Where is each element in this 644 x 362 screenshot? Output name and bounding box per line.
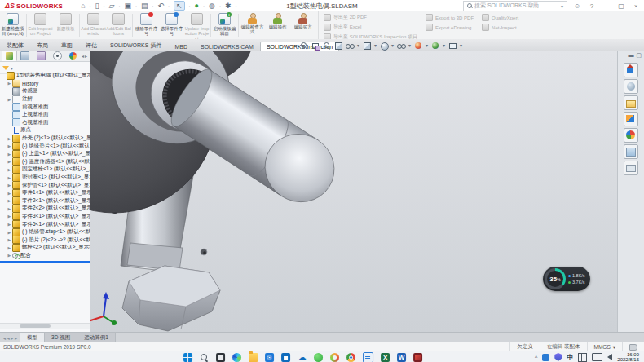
add-characteristic-button[interactable]: Add Characteristic bbox=[81, 11, 106, 39]
dropdown-caret-icon[interactable]: · bbox=[235, 3, 236, 8]
expand-arrow-icon[interactable]: ▶ bbox=[7, 191, 12, 196]
export-item[interactable]: QualityXpert bbox=[482, 14, 518, 21]
tray-app-icon[interactable] bbox=[542, 354, 549, 361]
ime-language-indicator[interactable]: 中 bbox=[567, 353, 573, 362]
expand-arrow-icon[interactable]: ▶ bbox=[7, 167, 12, 172]
tree-item[interactable]: ▶零件5<1> (默认<<默认>_显示状态 bbox=[0, 220, 90, 228]
solidworks-logo[interactable]: ΔS SOLIDWORKS bbox=[0, 0, 68, 11]
file-explorer-icon[interactable] bbox=[624, 95, 638, 110]
new-template-button[interactable]: 新建模板 bbox=[53, 11, 78, 39]
tree-item[interactable]: 前视基准面 bbox=[0, 103, 90, 111]
tree-item[interactable]: 传感器 bbox=[0, 87, 90, 95]
expand-arrow-icon[interactable]: ▶ bbox=[7, 159, 12, 164]
ime-toolbar-icon[interactable] bbox=[578, 353, 587, 362]
tree-item[interactable]: ▶零件1<1> (默认<<默认>_显示状态 bbox=[0, 189, 90, 197]
tree-item[interactable]: ▶(-) 绝缘管.step<1> (默认<<默认>_ bbox=[0, 228, 90, 236]
security-shield-icon[interactable] bbox=[554, 353, 562, 361]
onedrive-taskbar-icon[interactable]: ☁ bbox=[298, 353, 307, 362]
solidworks-resources-icon[interactable] bbox=[624, 63, 638, 77]
export-item[interactable]: 导出至 Excel bbox=[324, 24, 417, 31]
add-edit-balloons-button[interactable]: Add/Edit Balloons bbox=[106, 11, 131, 39]
export-item[interactable]: Net-Inspect bbox=[482, 24, 518, 31]
filter-caret-icon[interactable]: ▾ bbox=[11, 65, 13, 71]
ribbon-tab-草图[interactable]: 草图 bbox=[55, 39, 79, 51]
assembly-3d-model[interactable] bbox=[90, 51, 618, 332]
edit-inspection-project-button[interactable]: Edit Inspection Project bbox=[28, 11, 53, 39]
hidden-icons-chevron[interactable]: ^ bbox=[535, 355, 537, 360]
appearance-icon[interactable]: ◍ bbox=[209, 2, 215, 10]
expand-arrow-icon[interactable]: ▶ bbox=[7, 175, 12, 180]
tree-item[interactable]: ▶(-) 绝缘垫片<1> (默认<<默认>_显 bbox=[0, 142, 90, 150]
dropdown-caret-icon[interactable]: · bbox=[189, 3, 191, 8]
clock[interactable]: 16:09 2022/8/15 bbox=[617, 352, 639, 362]
remove-balloons-button[interactable]: -移除零件序号 bbox=[134, 11, 159, 39]
export-item[interactable]: Export eDrawing bbox=[426, 24, 474, 31]
tree-item[interactable]: ▶保护管<1> (默认<<默认>_显示状 bbox=[0, 181, 90, 189]
edge-taskbar-icon[interactable] bbox=[232, 353, 241, 362]
close-button[interactable]: × bbox=[631, 2, 641, 10]
tree-item[interactable]: ▶密封圈<1> (默认<<默认>_显示状 bbox=[0, 174, 90, 182]
volume-icon[interactable] bbox=[607, 354, 612, 360]
ribbon-tab-solidworks-插件[interactable]: SOLIDWORKS 插件 bbox=[104, 39, 168, 51]
excel-taskbar-icon[interactable]: X bbox=[381, 353, 390, 362]
tab-displaymanager[interactable] bbox=[65, 51, 81, 61]
restore-button[interactable]: ▢ bbox=[616, 2, 626, 10]
dropdown-caret-icon[interactable]: ▾ bbox=[357, 42, 359, 48]
viewport-restore-icon[interactable]: ▢ bbox=[636, 52, 642, 58]
dropdown-caret-icon[interactable]: · bbox=[203, 3, 205, 8]
viewport-minimize-icon[interactable]: ▬ bbox=[628, 52, 633, 58]
tree-item[interactable]: ▶固定螺栓<1> (默认<<默认>_显示 bbox=[0, 166, 90, 174]
solidworks-forum-icon[interactable] bbox=[624, 161, 638, 175]
zoom-to-fit-icon[interactable] bbox=[300, 42, 308, 50]
file-explorer-taskbar-icon[interactable] bbox=[249, 353, 258, 362]
open-icon[interactable]: ▱ bbox=[109, 2, 115, 10]
ring-browser-taskbar-icon[interactable] bbox=[330, 353, 339, 362]
section-view-icon[interactable] bbox=[334, 42, 342, 50]
expand-arrow-icon[interactable]: ▶ bbox=[7, 198, 12, 203]
tree-item[interactable]: ▶(-) 温度传感器<1> (默认<<默认>_ bbox=[0, 158, 90, 166]
new-inspection-project-button[interactable]: 新建检查项目 (amp;N) bbox=[0, 11, 25, 39]
dropdown-caret-icon[interactable]: · bbox=[135, 3, 137, 8]
tree-item[interactable]: ▶零件2<2> (默认<<默认>_显示状态 bbox=[0, 205, 90, 213]
design-library-icon[interactable] bbox=[624, 79, 638, 94]
expand-arrow-icon[interactable]: ▶ bbox=[7, 81, 12, 86]
edit-appearance-icon[interactable] bbox=[414, 42, 422, 50]
dropdown-caret-icon[interactable]: · bbox=[168, 3, 170, 8]
ribbon-tab-装配体[interactable]: 装配体 bbox=[0, 39, 30, 51]
appearances-scenes-icon[interactable] bbox=[624, 128, 638, 143]
chrome-taskbar-icon[interactable] bbox=[346, 353, 355, 362]
search-taskbar-icon[interactable] bbox=[200, 353, 209, 362]
dropdown-caret-icon[interactable]: ▾ bbox=[443, 42, 445, 48]
network-display-icon[interactable] bbox=[592, 353, 602, 361]
word-taskbar-icon[interactable]: W bbox=[397, 353, 406, 362]
expand-arrow-icon[interactable]: ▶ bbox=[7, 136, 12, 141]
green-app-taskbar-icon[interactable] bbox=[314, 353, 323, 362]
tab-configurationmanager[interactable] bbox=[33, 51, 49, 61]
dropdown-caret-icon[interactable]: ▾ bbox=[391, 42, 394, 48]
user-account-icon[interactable]: ☺ bbox=[572, 2, 582, 10]
start-taskbar-icon[interactable] bbox=[183, 353, 192, 362]
performance-overlay-ball[interactable]: 35% 1.8K/s 3.7K/s bbox=[543, 267, 590, 291]
expand-arrow-icon[interactable]: ▶ bbox=[7, 214, 12, 219]
task-view-taskbar-icon[interactable] bbox=[216, 353, 225, 362]
dropdown-caret-icon[interactable]: · bbox=[118, 3, 120, 8]
graphics-viewport[interactable]: 35% 1.8K/s 3.7K/s bbox=[90, 51, 618, 332]
tree-item[interactable]: ▶螺栓<2> (默认<<默认>_显示状态 bbox=[0, 244, 90, 252]
tree-item[interactable]: ▶History bbox=[0, 80, 90, 88]
custom-properties-icon[interactable] bbox=[624, 144, 638, 159]
save-icon[interactable]: ▣ bbox=[124, 2, 131, 10]
print-icon[interactable]: ▤ bbox=[141, 2, 148, 10]
dropdown-caret-icon[interactable]: · bbox=[90, 3, 91, 8]
view-orientation-icon[interactable] bbox=[363, 42, 371, 50]
expand-arrow-icon[interactable]: ▶ bbox=[7, 230, 12, 235]
tree-item[interactable]: 上视基准面 bbox=[0, 111, 90, 119]
new-document-icon[interactable]: ▯ bbox=[95, 2, 99, 10]
ribbon-tab-solidworks-cam[interactable]: SOLIDWORKS CAM bbox=[194, 42, 260, 51]
expand-arrow-icon[interactable]: ▶ bbox=[7, 97, 12, 102]
tab-propertymanager[interactable] bbox=[18, 51, 33, 61]
tree-item[interactable]: ▶(-) 上盖<1> (默认<<默认>_显示状 bbox=[0, 150, 90, 158]
display-style-icon[interactable] bbox=[380, 42, 388, 50]
store-taskbar-icon[interactable] bbox=[281, 353, 290, 362]
zoom-to-area-icon[interactable] bbox=[311, 42, 320, 50]
undo-icon[interactable]: ↶ bbox=[158, 2, 165, 10]
